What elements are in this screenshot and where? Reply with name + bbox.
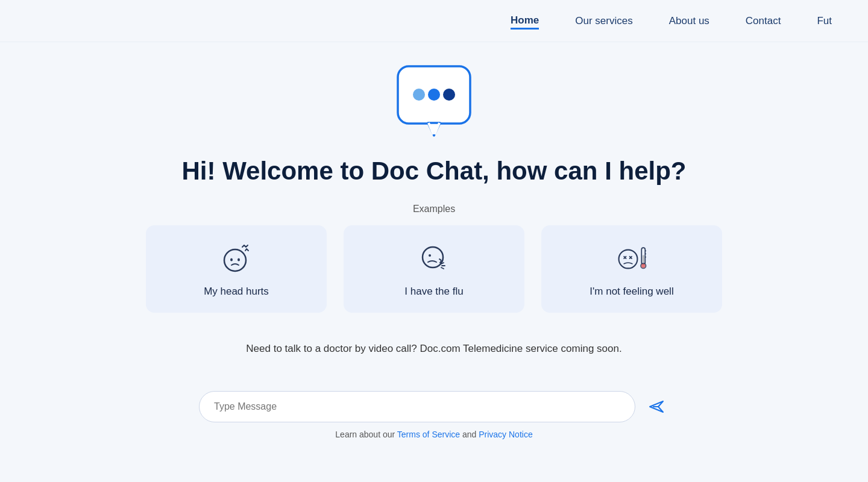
nav-about[interactable]: About us — [669, 13, 709, 30]
card-label-fever: I'm not feeling well — [590, 286, 673, 298]
svg-point-1 — [413, 89, 425, 101]
svg-point-3 — [443, 89, 455, 101]
navigation: Home Our services About us Contact Fut — [0, 0, 868, 42]
chat-bubble-icon — [392, 60, 476, 145]
message-input-area — [199, 391, 669, 422]
svg-point-8 — [230, 258, 233, 261]
footer-prefix: Learn about our — [335, 430, 397, 439]
nav-services[interactable]: Our services — [575, 13, 632, 30]
send-icon — [647, 398, 665, 416]
welcome-heading: Hi! Welcome to Doc Chat, how can I help? — [182, 157, 687, 186]
example-cards: My head hurts I have the flu — [146, 225, 722, 313]
svg-point-12 — [619, 249, 638, 268]
terms-of-service-link[interactable]: Terms of Service — [397, 430, 460, 439]
card-label-headache: My head hurts — [204, 286, 269, 298]
send-button[interactable] — [644, 394, 669, 419]
card-label-flu: I have the flu — [404, 286, 463, 298]
footer-links: Learn about our Terms of Service and Pri… — [335, 430, 532, 439]
footer-and: and — [460, 430, 479, 439]
svg-rect-18 — [643, 255, 644, 263]
svg-point-9 — [237, 258, 240, 261]
nav-fut[interactable]: Fut — [817, 15, 832, 27]
flu-icon — [416, 241, 452, 277]
example-card-fever[interactable]: I'm not feeling well — [541, 225, 722, 313]
telemedicine-text: Need to talk to a doctor by video call? … — [246, 343, 621, 355]
nav-home[interactable]: Home — [511, 12, 539, 30]
privacy-notice-link[interactable]: Privacy Notice — [479, 430, 532, 439]
svg-point-7 — [224, 249, 246, 271]
nav-contact[interactable]: Contact — [746, 13, 781, 30]
svg-point-11 — [429, 254, 431, 257]
example-card-headache[interactable]: My head hurts — [146, 225, 327, 313]
main-content: Hi! Welcome to Doc Chat, how can I help?… — [0, 42, 868, 439]
example-card-flu[interactable]: I have the flu — [344, 225, 524, 313]
headache-icon — [218, 241, 254, 277]
message-input[interactable] — [199, 391, 635, 422]
examples-label: Examples — [413, 204, 455, 214]
svg-point-10 — [423, 247, 443, 268]
fever-icon — [614, 241, 650, 277]
svg-point-2 — [428, 89, 440, 101]
svg-point-19 — [641, 263, 646, 268]
